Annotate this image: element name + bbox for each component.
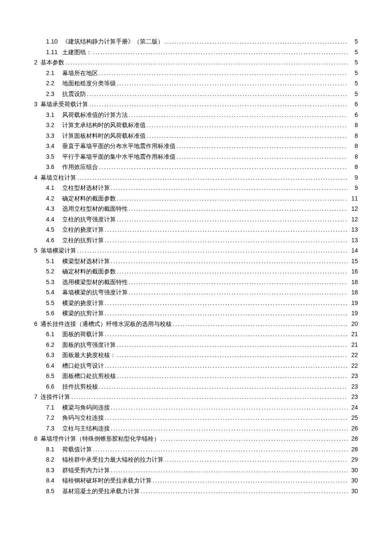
toc-entry[interactable]: 3.3计算面板材料时的风荷载标准值8 [46, 133, 358, 139]
toc-entry[interactable]: 3.2计算支承结构时的风荷载标准值8 [46, 122, 358, 128]
toc-title: 挂件抗剪校核 [62, 384, 98, 390]
toc-entry[interactable]: 3.4垂直于幕墙平面的分布水平地震作用标准值8 [46, 143, 358, 149]
toc-entry[interactable]: 4.4立柱的抗弯强度计算12 [46, 216, 358, 223]
toc-entry[interactable]: 8 幕墙埋件计算（特殊倒锥形胶粘型化学锚栓）28 [34, 436, 358, 442]
toc-leader-dots [147, 122, 348, 128]
toc-entry[interactable]: 8.1荷载值计算28 [46, 446, 358, 453]
toc-number: 6.3 [46, 352, 61, 358]
toc-entry[interactable]: 7.3立柱与主结构连接26 [46, 425, 358, 432]
toc-number: 3.4 [46, 143, 61, 149]
toc-entry[interactable]: 7.1横梁与角码间连接24 [46, 404, 358, 411]
toc-leader-dots [77, 247, 348, 253]
toc-leader-dots [129, 112, 348, 118]
toc-title: 立柱的抗弯强度计算 [62, 217, 116, 223]
toc-page-number: 12 [349, 206, 358, 212]
toc-page-number: 25 [349, 415, 358, 421]
toc-number: 2 [34, 59, 37, 66]
toc-entry[interactable]: 8.5基材混凝土的受拉承载力计算30 [46, 488, 358, 494]
toc-entry[interactable]: 4.3选用立柱型材的截面特性12 [46, 206, 358, 212]
toc-entry[interactable]: 6.5面板槽口处抗剪校核23 [46, 373, 358, 379]
toc-number: 1.10 [46, 38, 61, 44]
toc-number: 4 [34, 174, 37, 181]
toc-entry[interactable]: 3.1风荷载标准值的计算方法6 [46, 112, 358, 118]
toc-title: 面板最大挠度校核： [62, 352, 116, 358]
toc-entry[interactable]: 4.2确定材料的截面参数11 [46, 195, 358, 202]
toc-title: 风荷载标准值的计算方法 [62, 112, 128, 118]
toc-leader-dots [71, 394, 348, 400]
toc-entry[interactable]: 2.3抗震设防5 [46, 91, 358, 97]
toc-number: 5.5 [46, 300, 61, 306]
toc-entry[interactable]: 8.3群锚受剪内力计算30 [46, 467, 358, 474]
toc-leader-dots [93, 446, 348, 452]
toc-entry[interactable]: 2.1幕墙所在地区5 [46, 70, 358, 76]
toc-entry[interactable]: 6.1面板的荷载计算21 [46, 331, 358, 337]
toc-leader-dots [164, 456, 348, 462]
toc-entry[interactable]: 4.5立柱的挠度计算13 [46, 227, 358, 233]
toc-title: 作用效应组合 [62, 164, 98, 170]
toc-entry[interactable]: 3.5平行于幕墙平面的集中水平地震作用标准值8 [46, 154, 358, 160]
toc-entry[interactable]: 5.3选用横梁型材的截面特性18 [46, 279, 358, 285]
toc-page-number: 8 [349, 164, 358, 170]
toc-entry[interactable]: 6.2面板的抗弯强度计算21 [46, 342, 358, 348]
toc-page-number: 30 [349, 477, 358, 483]
toc-entry[interactable]: 7 连接件计算23 [34, 394, 358, 400]
toc-leader-dots [117, 216, 348, 222]
toc-page-number: 5 [349, 91, 358, 97]
toc-page-number: 18 [349, 289, 358, 295]
toc-entry[interactable]: 4.1立柱型材选材计算9 [46, 185, 358, 191]
toc-title: 计算支承结构时的风荷载标准值 [62, 122, 146, 128]
toc-entry[interactable]: 2.2地面粗糙度分类等级5 [46, 80, 358, 87]
toc-number: 3.6 [46, 164, 61, 170]
toc-number: 7 [34, 393, 37, 400]
toc-entry[interactable]: 5.1横梁型材选材计算15 [46, 258, 358, 264]
toc-page-number: 19 [349, 300, 358, 306]
toc-entry[interactable]: 5.5横梁的挠度计算19 [46, 300, 358, 306]
toc-entry[interactable]: 5.6横梁的抗剪计算19 [46, 310, 358, 317]
toc-page-number: 6 [349, 101, 358, 107]
toc-entry[interactable]: 2 基本参数5 [34, 59, 358, 66]
toc-entry[interactable]: 1.10《建筑结构静力计算手册》（第二版）5 [46, 38, 358, 45]
toc-number: 8.3 [46, 467, 61, 473]
toc-page-number: 9 [349, 174, 358, 180]
toc-page-number: 19 [349, 310, 358, 316]
toc-leader-dots [111, 404, 348, 410]
toc-number: 4.1 [46, 185, 61, 191]
toc-entry[interactable]: 8.4锚栓钢材破坏时的受拉承载力计算30 [46, 477, 358, 484]
toc-leader-dots [147, 133, 348, 139]
toc-page-number: 11 [349, 195, 358, 201]
toc-entry[interactable]: 8.2锚栓群中承受拉力最大锚栓的拉力计算29 [46, 456, 358, 463]
toc-title: 立柱型材选材计算 [62, 185, 110, 191]
toc-entry[interactable]: 6.4槽口处抗弯设计22 [46, 363, 358, 369]
toc-leader-dots [105, 415, 348, 421]
toc-leader-dots [111, 425, 348, 431]
toc-entry[interactable]: 3.6作用效应组合8 [46, 164, 358, 170]
toc-page-number: 30 [349, 488, 358, 494]
toc-page-number: 21 [349, 331, 358, 337]
toc-entry[interactable]: 1.11土建图纸：5 [46, 49, 358, 55]
toc-title: 立柱与主结构连接 [62, 426, 110, 432]
toc-entry[interactable]: 5.2确定材料的截面参数16 [46, 268, 358, 275]
toc-entry[interactable]: 6.6挂件抗剪校核23 [46, 384, 358, 390]
toc-page-number: 8 [349, 133, 358, 139]
toc-number: 4.4 [46, 216, 61, 222]
toc-number: 4.6 [46, 237, 61, 243]
toc-entry[interactable]: 4 幕墙立柱计算9 [34, 174, 358, 181]
toc-leader-dots [99, 70, 348, 76]
toc-entry[interactable]: 6.3面板最大挠度校核：22 [46, 352, 358, 358]
toc-title: 落墙横梁计算 [40, 247, 76, 254]
toc-leader-dots [105, 237, 348, 243]
toc-title: 角码与立柱连接 [62, 415, 104, 421]
toc-number: 5.2 [46, 268, 61, 274]
toc-page-number: 8 [349, 122, 358, 128]
toc-entry[interactable]: 3 幕墙承受荷载计算6 [34, 101, 358, 108]
toc-entry[interactable]: 6 通长挂件连接（通槽式）纤维水泥板的选用与校核20 [34, 321, 358, 327]
toc-title: 选用横梁型材的截面特性 [62, 279, 128, 285]
toc-page-number: 5 [349, 38, 358, 44]
toc-entry[interactable]: 5.4幕墙横梁的抗弯强度计算18 [46, 289, 358, 296]
toc-entry[interactable]: 4.6立柱的抗剪计算13 [46, 237, 358, 244]
toc-title: 计算面板材料时的风荷载标准值 [62, 133, 146, 139]
toc-entry[interactable]: 7.2角码与立柱连接25 [46, 415, 358, 421]
toc-entry[interactable]: 5 落墙横梁计算14 [34, 247, 358, 254]
toc-number: 8.5 [46, 488, 61, 494]
toc-title: 连接件计算 [40, 394, 70, 400]
